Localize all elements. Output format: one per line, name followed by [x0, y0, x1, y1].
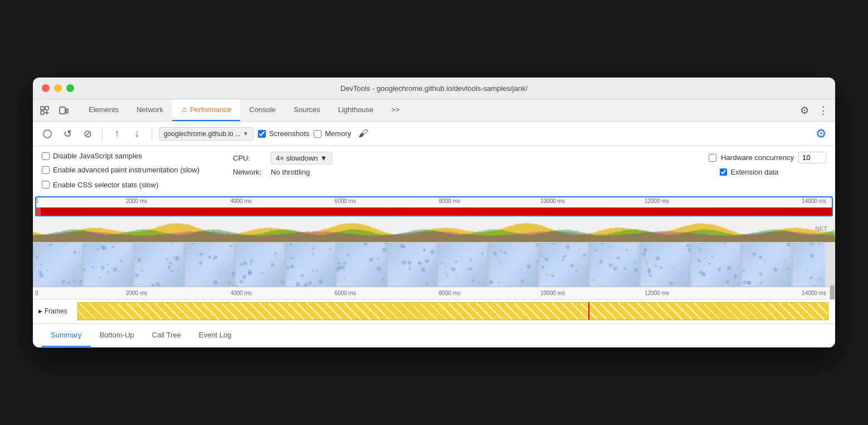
chevron-down-icon: ▼ [243, 131, 248, 137]
cpu-select[interactable]: 4× slowdown ▼ [271, 152, 332, 165]
clear-button[interactable]: ⊘ [80, 126, 95, 142]
timeline-overview: 0 2000 ms 4000 ms 6000 ms 8000 ms 10000 … [33, 195, 835, 324]
settings-right: CPU: 4× slowdown ▼ Network: No throttlin… [199, 152, 332, 176]
disable-js-checkbox-label[interactable]: Disable JavaScript samples [42, 152, 199, 160]
screenshot-strip [33, 243, 835, 287]
tab-more[interactable]: >> [382, 99, 408, 121]
tab-performance[interactable]: ⚠ Performance [172, 99, 240, 121]
enable-paint-checkbox[interactable] [42, 166, 50, 174]
performance-settings-icon[interactable]: ⚙ [814, 127, 828, 141]
overview-ruler: 0 2000 ms 4000 ms 6000 ms 8000 ms 10000 … [33, 195, 835, 207]
hw-concurrency-group: Hardware concurrency Extension data [709, 152, 826, 176]
ruler-tick-2000: 2000 ms [126, 198, 147, 204]
ruler2-tick-12000: 12000 ms [645, 290, 669, 296]
scrollbar-thumb[interactable] [830, 285, 835, 301]
record-button[interactable] [40, 126, 55, 142]
url-chip[interactable]: googlechrome.github.io ... ▼ [159, 127, 253, 141]
tab-network[interactable]: Network [128, 99, 172, 121]
network-value: No throttling [271, 168, 310, 176]
cpu-label: CPU: [233, 154, 266, 162]
overview-container: 0 2000 ms 4000 ms 6000 ms 8000 ms 10000 … [33, 195, 835, 216]
ruler2-tick-10000: 10000 ms [540, 290, 565, 296]
svg-rect-0 [41, 107, 44, 110]
settings-row: Disable JavaScript samples Enable advanc… [33, 146, 835, 195]
ruler-2: 0 2000 ms 4000 ms 6000 ms 8000 ms 10000 … [33, 287, 835, 300]
ruler-tick-14000: 14000 ms [802, 198, 826, 204]
settings-icon[interactable]: ⚙ [797, 103, 812, 118]
memory-checkbox-label[interactable]: Memory [314, 129, 351, 138]
devtools-tab-bar: Elements Network ⚠ Performance Console S… [33, 99, 835, 122]
main-tabs: Elements Network ⚠ Performance Console S… [80, 99, 797, 121]
screenshots-checkbox[interactable] [258, 130, 266, 138]
frames-red-marker [588, 302, 589, 320]
devtools-window: DevTools - googlechrome.github.io/devtoo… [33, 78, 835, 347]
fps-bar [35, 207, 833, 215]
tab-summary[interactable]: Summary [42, 324, 91, 347]
screenshot-canvas [33, 243, 825, 287]
network-overview: NET [33, 216, 835, 243]
hw-concurrency-checkbox[interactable] [709, 154, 716, 162]
frames-label: ▶ Frames [33, 307, 77, 315]
reload-button[interactable]: ↺ [60, 126, 75, 142]
ext-data-checkbox[interactable] [720, 168, 727, 176]
warning-icon: ⚠ [181, 105, 188, 114]
svg-rect-4 [66, 109, 68, 113]
minimize-button[interactable] [54, 84, 62, 92]
tab-console[interactable]: Console [240, 99, 285, 121]
tab-sources[interactable]: Sources [285, 99, 329, 121]
svg-rect-2 [41, 111, 44, 114]
title-bar: DevTools - googlechrome.github.io/devtoo… [33, 78, 835, 99]
network-label: Network: [233, 168, 266, 176]
network-setting: Network: No throttling [233, 168, 332, 176]
window-title: DevTools - googlechrome.github.io/devtoo… [340, 84, 528, 93]
more-icon[interactable]: ⋮ [816, 103, 831, 118]
download-button[interactable]: ↓ [129, 126, 145, 142]
screenshots-checkbox-label[interactable]: Screenshots [258, 129, 309, 138]
hw-concurrency-input[interactable] [798, 152, 826, 163]
frames-section: ▶ Frames [33, 300, 835, 324]
enable-paint-checkbox-label[interactable]: Enable advanced paint instrumentation (s… [42, 166, 199, 175]
hw-concurrency-label[interactable]: Hardware concurrency [709, 152, 826, 163]
frames-bar [77, 302, 828, 320]
ruler2-tick-4000: 4000 ms [230, 290, 251, 296]
ruler2-tick-8000: 8000 ms [439, 290, 460, 296]
frames-yellow-bar [77, 302, 828, 320]
device-toolbar-icon[interactable] [56, 103, 71, 118]
cursor-icon[interactable] [37, 103, 52, 118]
tab-bottom-up[interactable]: Bottom-Up [91, 324, 143, 347]
performance-toolbar: ↺ ⊘ ↑ ↓ googlechrome.github.io ... ▼ Scr… [33, 122, 835, 146]
ruler2-tick-14000: 14000 ms [802, 290, 826, 296]
ruler-tick-8000: 8000 ms [439, 198, 460, 204]
url-text: googlechrome.github.io ... [164, 130, 241, 138]
tab-bar-icons [37, 103, 71, 118]
scrollbar-track [830, 287, 835, 299]
close-button[interactable] [42, 84, 50, 92]
disable-js-checkbox[interactable] [42, 152, 50, 160]
chevron-down-icon: ▼ [320, 154, 328, 162]
tab-lighthouse[interactable]: Lighthouse [329, 99, 383, 121]
ruler-tick-4000: 4000 ms [230, 198, 251, 204]
svg-rect-3 [60, 107, 65, 114]
settings-checkboxes: Disable JavaScript samples Enable advanc… [42, 152, 199, 189]
frames-label-text: Frames [45, 307, 67, 315]
enable-css-checkbox-label[interactable]: Enable CSS selector stats (slow) [42, 181, 199, 189]
frames-triangle-icon: ▶ [38, 308, 42, 314]
ext-data-label[interactable]: Extension data [730, 168, 778, 176]
fps-spike [35, 207, 41, 215]
cpu-setting: CPU: 4× slowdown ▼ [233, 152, 332, 165]
maximize-button[interactable] [66, 84, 74, 92]
upload-button[interactable]: ↑ [109, 126, 125, 142]
ruler-tick-10000: 10000 ms [540, 198, 565, 204]
ruler2-tick-6000: 6000 ms [335, 290, 356, 296]
tab-call-tree[interactable]: Call Tree [143, 324, 190, 347]
tab-event-log[interactable]: Event Log [190, 324, 241, 347]
brush-icon[interactable]: 🖌 [355, 126, 371, 142]
tab-elements[interactable]: Elements [80, 99, 128, 121]
memory-checkbox[interactable] [314, 130, 321, 138]
network-wave-canvas [33, 216, 835, 242]
ruler2-start: 0 [35, 290, 38, 296]
separator-1 [102, 127, 103, 141]
enable-css-checkbox[interactable] [42, 181, 50, 189]
ruler-tick-12000: 12000 ms [645, 198, 669, 204]
ruler-start: 0 [35, 198, 38, 204]
